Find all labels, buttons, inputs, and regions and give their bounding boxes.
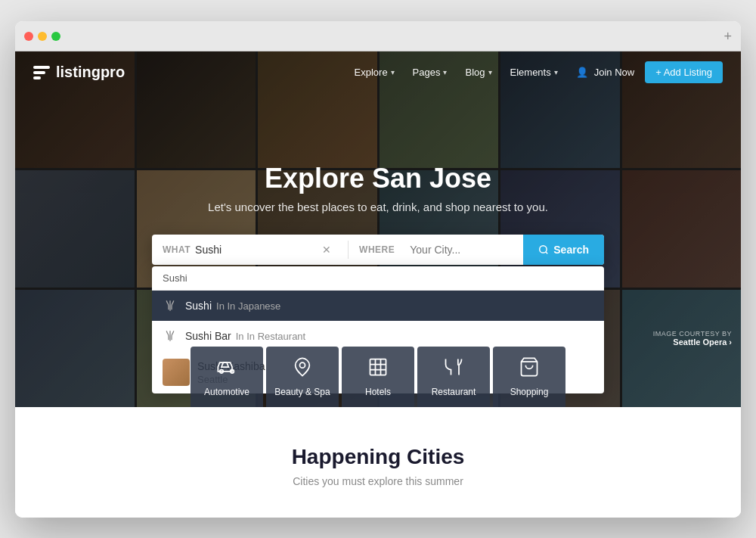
happening-cities-title: Happening Cities [33,445,723,469]
restaurant-label: Restaurant [432,387,476,397]
where-label: Where [359,244,395,255]
logo[interactable]: listingpro [33,64,125,81]
beauty-label: Beauty & Spa [274,387,330,397]
nav-explore[interactable]: Explore ▾ [347,62,402,82]
fork-knife-icon [164,330,176,342]
main-content: Happening Cities Cities you must explore… [15,407,741,518]
automotive-label: Automotive [204,387,249,397]
what-label: What [163,244,191,255]
hero-title: Explore San Jose [265,163,491,194]
logo-text: listingpro [56,64,125,81]
search-icon [538,244,549,255]
what-input[interactable] [195,235,316,265]
chevron-down-icon: ▾ [391,68,395,76]
category-icon [163,328,178,344]
chevron-down-icon: ▾ [443,68,447,76]
beauty-icon [292,356,313,381]
navbar: listingpro Explore ▾ Pages ▾ Blog ▾ [15,51,741,94]
logo-icon [33,66,50,79]
add-listing-button[interactable]: + Add Listing [645,61,723,83]
shopping-icon [519,356,540,381]
hotels-icon [367,356,389,381]
place-thumbnail [163,359,190,386]
svg-rect-5 [370,359,386,375]
category-hotels[interactable]: Hotels [342,347,414,407]
search-container: What ✕ Where Sea [152,235,604,265]
svg-point-0 [540,246,547,253]
svg-point-4 [300,362,305,368]
maximize-dot[interactable] [51,32,60,41]
category-restaurant[interactable]: Restaurant [417,347,490,407]
category-automotive[interactable]: Automotive [191,347,263,407]
nav-blog[interactable]: Blog ▾ [457,62,499,82]
search-button[interactable]: Search [523,235,604,265]
ac-item-2-sub: In In Restaurant [236,331,306,342]
chevron-down-icon: ▾ [554,68,558,76]
close-dot[interactable] [24,32,33,41]
courtesy-link[interactable]: Seattle Opera › [653,337,732,347]
new-tab-button[interactable]: + [723,29,732,45]
minimize-dot[interactable] [38,32,47,41]
where-input[interactable] [399,235,513,265]
fork-knife-icon [164,300,176,312]
browser-window: + [15,21,741,518]
nav-links: Explore ▾ Pages ▾ Blog ▾ Elements ▾ [347,61,723,83]
chevron-down-icon: ▾ [488,68,492,76]
ac-item-1-main: Sushi [185,300,212,312]
ac-item-1-sub: In In Japanese [216,300,280,312]
category-shopping[interactable]: Shopping [493,347,565,407]
hero-section: listingpro Explore ▾ Pages ▾ Blog ▾ [15,51,741,407]
nav-pages[interactable]: Pages ▾ [405,62,455,82]
autocomplete-item-1[interactable]: Sushi In In Japanese [152,291,604,321]
courtesy-title: IMAGE COURTESY BY [653,330,732,337]
search-what-section: What ✕ [152,235,348,265]
browser-chrome: + [15,21,741,51]
site-wrapper: listingpro Explore ▾ Pages ▾ Blog ▾ [15,51,741,518]
category-icon [163,298,178,313]
place-thumbnail-image [163,359,190,386]
happening-cities-subtitle: Cities you must explore this summer [33,475,723,487]
autocomplete-header: Sushi [152,266,604,291]
svg-line-1 [546,252,548,254]
ac-item-2-main: Sushi Bar [185,330,231,342]
image-courtesy: IMAGE COURTESY BY Seattle Opera › [653,330,732,347]
search-where-section: Where [349,235,523,265]
clear-icon[interactable]: ✕ [316,244,337,256]
category-beauty-spa[interactable]: Beauty & Spa [266,347,339,407]
restaurant-icon [443,356,464,381]
hero-subtitle: Let's uncover the best places to eat, dr… [208,201,548,213]
automotive-icon [216,356,237,381]
shopping-label: Shopping [510,387,549,397]
hotels-label: Hotels [365,387,391,397]
categories-row: Automotive Beauty & Spa [191,347,565,407]
nav-elements[interactable]: Elements ▾ [503,62,565,82]
join-now-link[interactable]: 👤 Join Now [569,62,642,82]
search-wrapper: What ✕ Where Sea [152,235,604,265]
